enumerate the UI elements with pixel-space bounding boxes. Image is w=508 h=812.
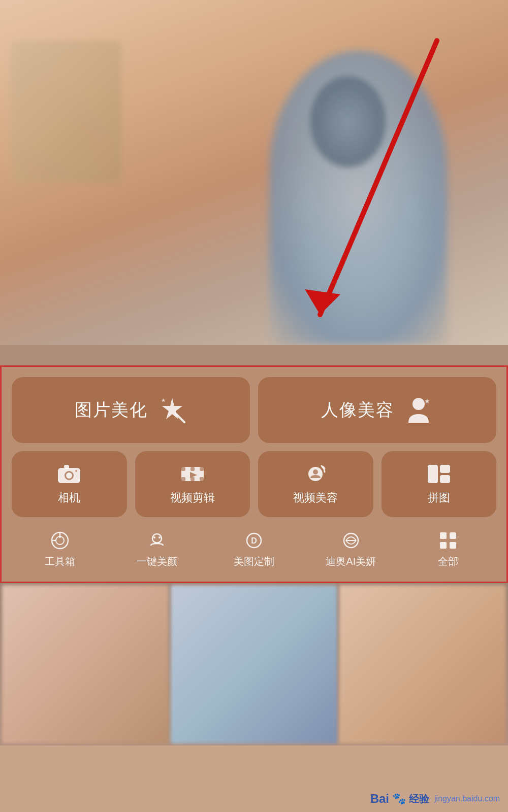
svg-point-30 xyxy=(59,536,61,538)
custom-item[interactable]: D 美图定制 xyxy=(206,530,303,568)
svg-rect-41 xyxy=(450,542,456,549)
portrait-beauty-icon xyxy=(403,395,434,425)
camera-button[interactable]: 相机 xyxy=(12,451,127,517)
ai-beauty-icon xyxy=(341,530,361,551)
ai-beauty-item[interactable]: 迪奥AI美妍 xyxy=(302,530,399,568)
photo-thumb-1 xyxy=(2,585,169,743)
svg-point-21 xyxy=(313,469,318,475)
svg-point-11 xyxy=(75,470,77,472)
svg-marker-6 xyxy=(424,398,429,403)
toolbox-item[interactable]: 工具箱 xyxy=(12,530,109,568)
all-item[interactable]: 全部 xyxy=(399,530,496,568)
video-edit-label: 视频剪辑 xyxy=(170,490,215,505)
bottom-photos-area xyxy=(0,583,508,746)
svg-rect-38 xyxy=(440,532,447,539)
bottom-item-row: 工具箱 一键美颜 D 美图定制 xyxy=(12,525,496,571)
svg-rect-23 xyxy=(428,465,438,483)
svg-rect-18 xyxy=(200,477,204,481)
photo-beautify-button[interactable]: 图片美化 xyxy=(12,377,250,443)
camera-icon xyxy=(57,463,81,485)
watermark-logo: Bai xyxy=(370,792,389,806)
video-edit-icon xyxy=(180,463,205,485)
top-button-row: 图片美化 人像美容 xyxy=(12,377,496,443)
custom-icon: D xyxy=(244,530,264,551)
svg-point-32 xyxy=(153,536,155,538)
left-decorative-element xyxy=(10,41,122,183)
portrait-beauty-label: 人像美容 xyxy=(321,398,394,422)
custom-label: 美图定制 xyxy=(234,555,274,568)
portrait-beauty-button[interactable]: 人像美容 xyxy=(258,377,496,443)
all-icon xyxy=(438,530,458,551)
svg-rect-15 xyxy=(200,467,204,471)
svg-text:D: D xyxy=(251,536,257,545)
photo-beautify-label: 图片美化 xyxy=(75,398,148,422)
separator xyxy=(0,345,508,365)
all-label: 全部 xyxy=(438,555,458,568)
collage-icon xyxy=(427,463,451,485)
photo-thumb-2 xyxy=(171,585,337,743)
svg-rect-39 xyxy=(450,532,456,539)
star-wand-icon xyxy=(157,395,187,425)
mid-button-row: 相机 视频剪辑 xyxy=(12,451,496,517)
watermark-paw: 🐾 xyxy=(392,792,406,805)
svg-rect-16 xyxy=(181,477,185,481)
watermark-url: jingyan.baidu.com xyxy=(434,794,500,803)
collage-label: 拼图 xyxy=(428,490,450,505)
svg-marker-4 xyxy=(161,398,165,402)
video-edit-button[interactable]: 视频剪辑 xyxy=(135,451,250,517)
menu-panel: 图片美化 人像美容 xyxy=(0,365,508,583)
svg-rect-40 xyxy=(440,542,447,549)
svg-rect-13 xyxy=(181,467,185,471)
svg-rect-17 xyxy=(190,477,195,481)
svg-rect-24 xyxy=(440,465,450,473)
video-beauty-button[interactable]: 视频美容 xyxy=(258,451,373,517)
svg-rect-10 xyxy=(64,465,69,469)
video-beauty-icon xyxy=(303,463,328,485)
svg-rect-14 xyxy=(190,467,195,471)
toolbox-icon xyxy=(50,530,70,551)
one-key-beauty-label: 一键美颜 xyxy=(137,555,177,568)
one-key-beauty-icon xyxy=(147,530,167,551)
collage-button[interactable]: 拼图 xyxy=(382,451,497,517)
video-beauty-label: 视频美容 xyxy=(293,490,338,505)
photo-thumb-3 xyxy=(339,585,506,743)
camera-label: 相机 xyxy=(58,490,80,505)
watermark: Bai 🐾 经验 jingyan.baidu.com xyxy=(370,792,500,806)
svg-point-5 xyxy=(412,398,425,410)
svg-point-33 xyxy=(158,536,161,538)
watermark-text: 经验 xyxy=(409,792,429,806)
svg-rect-25 xyxy=(440,475,450,483)
top-photo-area xyxy=(0,0,508,345)
one-key-beauty-item[interactable]: 一键美颜 xyxy=(109,530,206,568)
ai-beauty-label: 迪奥AI美妍 xyxy=(326,555,376,568)
person-head xyxy=(310,76,386,167)
toolbox-label: 工具箱 xyxy=(45,555,75,568)
svg-point-9 xyxy=(66,472,72,479)
